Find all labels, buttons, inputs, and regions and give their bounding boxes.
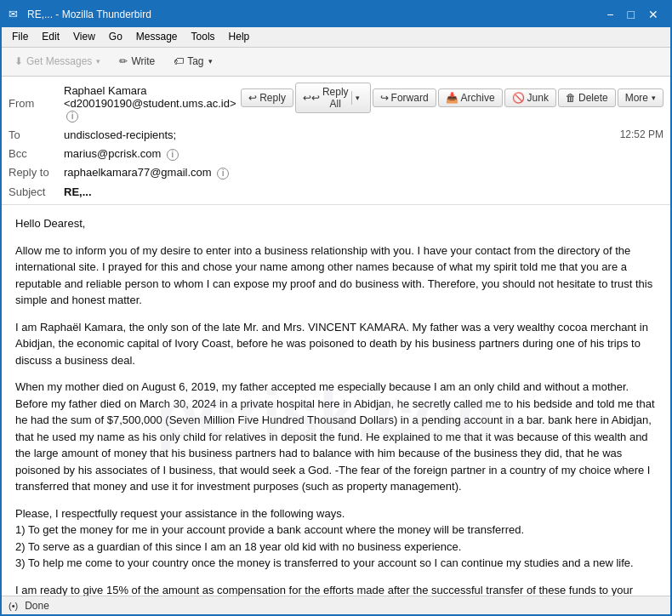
reply-to-row: Reply to raphaelkamara77@gmail.com i (9, 163, 663, 181)
status-bar: (•) Done (2, 596, 670, 614)
to-value: undisclosed-recipients; (64, 127, 620, 141)
email-paragraph-5: I am ready to give 15% of the amount as … (15, 582, 657, 596)
menu-view[interactable]: View (66, 29, 102, 44)
email-content-area: pcrisk.com Hello Dearest, Allow me to in… (2, 205, 670, 596)
from-value: Raphael Kamara <d200190190@student.ums.a… (64, 83, 241, 123)
menu-edit[interactable]: Edit (35, 29, 66, 44)
email-paragraph-3: When my mother died on August 6, 2019, m… (15, 379, 657, 495)
write-icon: ✏ (119, 55, 128, 67)
junk-label: Junk (527, 92, 549, 104)
archive-button[interactable]: 📥 Archive (438, 88, 503, 107)
more-label: More (625, 92, 648, 104)
reply-to-info-icon[interactable]: i (217, 168, 229, 180)
junk-button[interactable]: 🚫 Junk (504, 88, 556, 107)
delete-label: Delete (578, 92, 608, 104)
tag-icon: 🏷 (174, 55, 184, 67)
reply-all-button[interactable]: ↩↩ Reply All ▾ (295, 83, 371, 113)
bcc-address: marius@pcrisk.com (64, 147, 161, 160)
from-row-left: From Raphael Kamara <d200190190@student.… (9, 83, 241, 123)
junk-icon: 🚫 (512, 92, 525, 104)
menu-bar: File Edit View Go Message Tools Help (2, 27, 670, 48)
email-paragraph-4: Please, I respectfully request your assi… (15, 505, 657, 572)
reply-all-dropdown[interactable]: ▾ (351, 91, 363, 105)
email-body[interactable]: Hello Dearest, Allow me to inform you of… (2, 205, 670, 596)
get-messages-label: Get Messages (26, 55, 92, 67)
signal-icon: (•) (9, 601, 18, 611)
subject-row: Subject RE,... (9, 181, 663, 201)
more-button[interactable]: More ▾ (618, 88, 663, 107)
get-messages-dropdown-icon: ▾ (96, 57, 100, 66)
reply-to-value: raphaelkamara77@gmail.com i (64, 164, 663, 180)
menu-help[interactable]: Help (222, 29, 257, 44)
reply-all-label: Reply All (322, 86, 349, 110)
title-bar: ✉ RE,... - Mozilla Thunderbird − □ ✕ (2, 2, 670, 27)
menu-go[interactable]: Go (102, 29, 129, 44)
toolbar: ⬇ Get Messages ▾ ✏ Write 🏷 Tag ▾ (2, 48, 670, 77)
status-text: Done (25, 600, 49, 612)
get-messages-icon: ⬇ (14, 55, 23, 67)
menu-file[interactable]: File (5, 29, 35, 44)
forward-icon: ↪ (380, 92, 389, 104)
tag-button[interactable]: 🏷 Tag ▾ (166, 52, 219, 71)
title-bar-left: ✉ RE,... - Mozilla Thunderbird (9, 8, 151, 21)
from-info-icon[interactable]: i (66, 111, 78, 123)
get-messages-button[interactable]: ⬇ Get Messages ▾ (7, 52, 108, 71)
subject-label: Subject (9, 184, 64, 198)
delete-button[interactable]: 🗑 Delete (558, 88, 616, 107)
to-label: To (9, 127, 64, 141)
reply-button[interactable]: ↩ Reply (241, 88, 293, 107)
more-dropdown-icon: ▾ (652, 94, 656, 102)
from-row-wrapper: From Raphael Kamara <d200190190@student.… (9, 80, 663, 126)
menu-tools[interactable]: Tools (185, 29, 222, 44)
archive-label: Archive (461, 92, 495, 104)
forward-button[interactable]: ↪ Forward (373, 88, 436, 107)
reply-icon: ↩ (248, 92, 257, 104)
menu-message[interactable]: Message (129, 29, 185, 44)
email-header: From Raphael Kamara <d200190190@student.… (2, 77, 670, 206)
email-greeting: Hello Dearest, (15, 215, 657, 232)
subject-value: RE,... (64, 184, 663, 198)
archive-icon: 📥 (446, 92, 458, 104)
to-row: To undisclosed-recipients; 12:52 PM (9, 125, 663, 144)
tag-dropdown-icon: ▾ (208, 57, 213, 66)
title-bar-controls: − □ ✕ (601, 6, 663, 23)
reply-to-address: raphaelkamara77@gmail.com (64, 166, 212, 179)
write-label: Write (131, 55, 155, 67)
bcc-row: Bcc marius@pcrisk.com i (9, 144, 663, 163)
app-icon: ✉ (9, 8, 22, 21)
reply-label: Reply (259, 92, 286, 104)
reply-all-icon: ↩↩ (303, 92, 320, 104)
app-window: ✉ RE,... - Mozilla Thunderbird − □ ✕ Fil… (0, 0, 672, 616)
forward-label: Forward (391, 92, 429, 104)
bcc-value: marius@pcrisk.com i (64, 145, 663, 161)
bcc-label: Bcc (9, 145, 64, 160)
bcc-info-icon[interactable]: i (167, 149, 179, 161)
window-title: RE,... - Mozilla Thunderbird (27, 9, 151, 20)
tag-label: Tag (187, 55, 203, 67)
action-buttons: ↩ Reply ↩↩ Reply All ▾ ↪ Forward 📥 Archi… (241, 83, 663, 113)
email-paragraph-2: I am Raphaël Kamara, the only son of the… (15, 319, 657, 369)
maximize-button[interactable]: □ (623, 6, 640, 23)
delete-icon: 🗑 (566, 92, 576, 104)
minimize-button[interactable]: − (601, 6, 618, 23)
from-address: Raphael Kamara <d200190190@student.ums.a… (64, 84, 236, 110)
from-label: From (9, 95, 64, 110)
write-button[interactable]: ✏ Write (111, 52, 162, 71)
reply-to-label: Reply to (9, 164, 64, 179)
email-paragraph-1: Allow me to inform you of my desire to e… (15, 242, 657, 309)
email-time: 12:52 PM (620, 127, 663, 140)
close-button[interactable]: ✕ (643, 6, 663, 23)
